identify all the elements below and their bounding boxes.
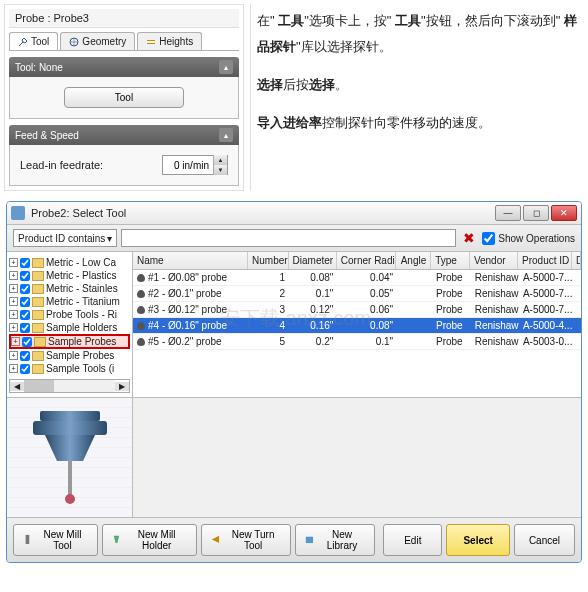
tree-label: Metric - Titanium <box>46 296 120 307</box>
tree-checkbox[interactable] <box>20 323 30 333</box>
new-turn-tool-button[interactable]: New Turn Tool <box>201 524 291 556</box>
tab-geometry[interactable]: Geometry <box>60 32 135 50</box>
column-header[interactable]: Descrip <box>572 252 581 269</box>
new-library-button[interactable]: New Library <box>295 524 375 556</box>
expand-icon[interactable]: + <box>9 351 18 360</box>
table-row[interactable]: #1 - Ø0.08" probe10.08"0.04"ProbeRenisha… <box>133 270 581 286</box>
leadin-label: Lead-in feedrate: <box>20 159 103 171</box>
filter-dropdown[interactable]: Product ID contains▾ <box>13 229 117 247</box>
globe-icon <box>69 37 79 47</box>
expand-icon[interactable]: + <box>9 258 18 267</box>
tree-checkbox[interactable] <box>20 351 30 361</box>
leadin-input[interactable] <box>163 160 213 171</box>
probe-panel: Probe : Probe3 Tool Geometry Heights Too… <box>4 4 244 191</box>
table-row[interactable]: #4 - Ø0.16" probe40.16"0.08"ProbeRenisha… <box>133 318 581 334</box>
close-button[interactable]: ✕ <box>551 205 577 221</box>
wrench-icon <box>18 37 28 47</box>
turn-tool-icon <box>210 534 221 546</box>
expand-icon[interactable]: + <box>9 310 18 319</box>
table-row[interactable]: #3 - Ø0.12" probe30.12"0.06"ProbeRenisha… <box>133 302 581 318</box>
tree-item[interactable]: +Metric - Stainles <box>9 282 130 295</box>
titlebar: Probe2: Select Tool — ◻ ✕ <box>7 202 581 225</box>
column-header[interactable]: Corner Radius <box>337 252 397 269</box>
leadin-spinner: ▲ ▼ <box>213 155 227 175</box>
tree-label: Sample Tools (i <box>46 363 114 374</box>
button-bar: New Mill Tool New Mill Holder New Turn T… <box>7 517 581 562</box>
cancel-button[interactable]: Cancel <box>514 524 575 556</box>
column-header[interactable]: Product ID <box>518 252 572 269</box>
clear-filter-icon[interactable]: ✖ <box>460 229 478 247</box>
column-header[interactable]: Type <box>431 252 470 269</box>
select-button[interactable]: Select <box>446 524 509 556</box>
tree-item[interactable]: +Metric - Low Ca <box>9 256 130 269</box>
tree-item[interactable]: +Sample Holders <box>9 321 130 334</box>
tree-item[interactable]: +Metric - Titanium <box>9 295 130 308</box>
column-header[interactable]: Angle <box>396 252 431 269</box>
tree-checkbox[interactable] <box>20 284 30 294</box>
chevron-down-icon: ▾ <box>107 233 112 244</box>
show-operations-checkbox[interactable]: Show Operations <box>482 232 575 245</box>
table-row[interactable]: #5 - Ø0.2" probe50.2"0.1"ProbeRenishawA-… <box>133 334 581 350</box>
tree-label: Sample Holders <box>46 322 117 333</box>
tree-label: Metric - Low Ca <box>46 257 116 268</box>
column-header[interactable]: Number <box>248 252 289 269</box>
folder-icon <box>32 284 44 294</box>
tree-item[interactable]: +Metric - Plastics <box>9 269 130 282</box>
new-mill-holder-button[interactable]: New Mill Holder <box>102 524 197 556</box>
tree-checkbox[interactable] <box>22 337 32 347</box>
tree-checkbox[interactable] <box>20 258 30 268</box>
library-icon <box>304 534 315 546</box>
tree-label: Metric - Plastics <box>46 270 117 281</box>
tree-item[interactable]: +Sample Probes <box>9 334 130 349</box>
folder-icon <box>32 258 44 268</box>
svg-rect-1 <box>147 40 155 41</box>
filter-input[interactable] <box>121 229 456 247</box>
tab-heights[interactable]: Heights <box>137 32 202 50</box>
tree-item[interactable]: +Probe Tools - Ri <box>9 308 130 321</box>
folder-icon <box>32 271 44 281</box>
probe-icon <box>137 274 145 282</box>
minimize-button[interactable]: — <box>495 205 521 221</box>
expand-icon[interactable]: + <box>9 297 18 306</box>
tree-label: Sample Probes <box>46 350 114 361</box>
tree-checkbox[interactable] <box>20 271 30 281</box>
column-header[interactable]: Name <box>133 252 248 269</box>
tool-section-header[interactable]: Tool: None ▴ <box>9 57 239 77</box>
column-header[interactable]: Vendor <box>470 252 518 269</box>
table-row[interactable]: #2 - Ø0.1" probe20.1"0.05"ProbeRenishawA… <box>133 286 581 302</box>
maximize-button[interactable]: ◻ <box>523 205 549 221</box>
svg-rect-7 <box>26 535 30 544</box>
probe-icon <box>137 338 145 346</box>
feed-section-header[interactable]: Feed & Speed ▴ <box>9 125 239 145</box>
column-header[interactable]: Diameter <box>289 252 337 269</box>
tree-item[interactable]: +Sample Probes <box>9 349 130 362</box>
folder-icon <box>32 310 44 320</box>
edit-button[interactable]: Edit <box>383 524 442 556</box>
probe-title: Probe : Probe3 <box>9 9 239 28</box>
chevron-up-icon[interactable]: ▴ <box>219 128 233 142</box>
tree-label: Metric - Stainles <box>46 283 118 294</box>
leadin-input-wrap: ▲ ▼ <box>162 155 228 175</box>
tab-bar: Tool Geometry Heights <box>9 32 239 51</box>
svg-rect-5 <box>68 461 72 495</box>
tool-section-body: Tool <box>9 77 239 119</box>
folder-icon <box>32 351 44 361</box>
expand-icon[interactable]: + <box>9 323 18 332</box>
folder-icon <box>32 323 44 333</box>
chevron-up-icon[interactable]: ▴ <box>219 60 233 74</box>
expand-icon[interactable]: + <box>9 271 18 280</box>
spinner-up-icon[interactable]: ▲ <box>213 155 227 165</box>
tree-checkbox[interactable] <box>20 364 30 374</box>
expand-icon[interactable]: + <box>11 337 20 346</box>
spinner-down-icon[interactable]: ▼ <box>213 165 227 175</box>
tab-tool[interactable]: Tool <box>9 32 58 50</box>
library-tree: +Metric - Low Ca+Metric - Plastics+Metri… <box>7 252 133 397</box>
expand-icon[interactable]: + <box>9 284 18 293</box>
tool-button[interactable]: Tool <box>64 87 184 108</box>
expand-icon[interactable]: + <box>9 364 18 373</box>
new-mill-tool-button[interactable]: New Mill Tool <box>13 524 98 556</box>
tree-checkbox[interactable] <box>20 310 30 320</box>
tree-scrollbar[interactable]: ◀▶ <box>9 379 130 393</box>
tree-item[interactable]: +Sample Tools (i <box>9 362 130 375</box>
tree-checkbox[interactable] <box>20 297 30 307</box>
